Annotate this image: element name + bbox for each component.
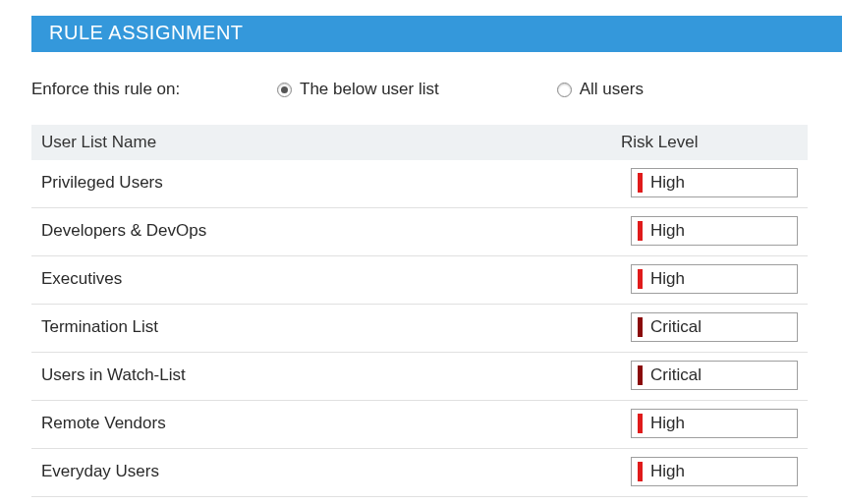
radio-all-users[interactable]: All users xyxy=(557,80,644,99)
table-header-row: User List Name Risk Level xyxy=(31,125,808,160)
cell-user-list-name: Remote Vendors xyxy=(41,414,631,433)
user-list-table: User List Name Risk Level Privileged Use… xyxy=(31,125,808,497)
table-body: Privileged UsersHighDevelopers & DevOpsH… xyxy=(31,160,808,497)
cell-risk-level: High xyxy=(631,457,798,486)
col-header-risk: Risk Level xyxy=(621,133,798,152)
cell-risk-level: High xyxy=(631,409,798,438)
cell-user-list-name: Termination List xyxy=(41,317,631,337)
cell-user-list-name: Developers & DevOps xyxy=(41,221,631,241)
cell-risk-level: Critical xyxy=(631,312,798,342)
table-row: Termination ListCritical xyxy=(31,305,808,353)
enforce-row: Enforce this rule on: The below user lis… xyxy=(0,80,842,125)
risk-level-text: High xyxy=(650,462,685,481)
risk-level-select[interactable]: Critical xyxy=(631,361,798,390)
radio-below-user-list-label: The below user list xyxy=(300,80,439,99)
risk-marker-icon xyxy=(638,173,643,193)
risk-level-select[interactable]: High xyxy=(631,264,798,294)
risk-marker-icon xyxy=(638,317,643,337)
cell-user-list-name: Privileged Users xyxy=(41,173,631,193)
radio-below-user-list[interactable]: The below user list xyxy=(277,80,439,99)
risk-level-text: High xyxy=(650,173,685,193)
risk-level-select[interactable]: High xyxy=(631,168,798,197)
risk-marker-icon xyxy=(638,221,643,241)
cell-user-list-name: Everyday Users xyxy=(41,462,631,481)
risk-level-text: High xyxy=(650,414,685,433)
risk-marker-icon xyxy=(638,269,643,289)
table-row: Privileged UsersHigh xyxy=(31,160,808,208)
table-row: Remote VendorsHigh xyxy=(31,401,808,449)
risk-marker-icon xyxy=(638,414,643,433)
table-row: Developers & DevOpsHigh xyxy=(31,208,808,256)
risk-level-text: High xyxy=(650,269,685,289)
cell-risk-level: High xyxy=(631,168,798,197)
rule-assignment-header: RULE ASSIGNMENT xyxy=(31,16,842,52)
risk-level-select[interactable]: High xyxy=(631,409,798,438)
risk-level-select[interactable]: High xyxy=(631,216,798,246)
cell-user-list-name: Executives xyxy=(41,269,631,289)
enforce-label: Enforce this rule on: xyxy=(31,80,277,99)
risk-level-text: Critical xyxy=(650,365,702,385)
header-title: RULE ASSIGNMENT xyxy=(49,22,244,43)
cell-risk-level: High xyxy=(631,264,798,294)
risk-marker-icon xyxy=(638,462,643,481)
table-row: Everyday UsersHigh xyxy=(31,449,808,497)
risk-level-select[interactable]: Critical xyxy=(631,312,798,342)
table-row: ExecutivesHigh xyxy=(31,256,808,305)
cell-risk-level: High xyxy=(631,216,798,246)
risk-level-text: High xyxy=(650,221,685,241)
radio-icon xyxy=(277,83,292,97)
risk-level-text: Critical xyxy=(650,317,702,337)
risk-level-select[interactable]: High xyxy=(631,457,798,486)
cell-user-list-name: Users in Watch-List xyxy=(41,365,631,385)
col-header-name: User List Name xyxy=(41,133,621,152)
radio-all-users-label: All users xyxy=(580,80,644,99)
cell-risk-level: Critical xyxy=(631,361,798,390)
table-row: Users in Watch-ListCritical xyxy=(31,353,808,401)
risk-marker-icon xyxy=(638,365,643,385)
radio-icon xyxy=(557,83,572,97)
